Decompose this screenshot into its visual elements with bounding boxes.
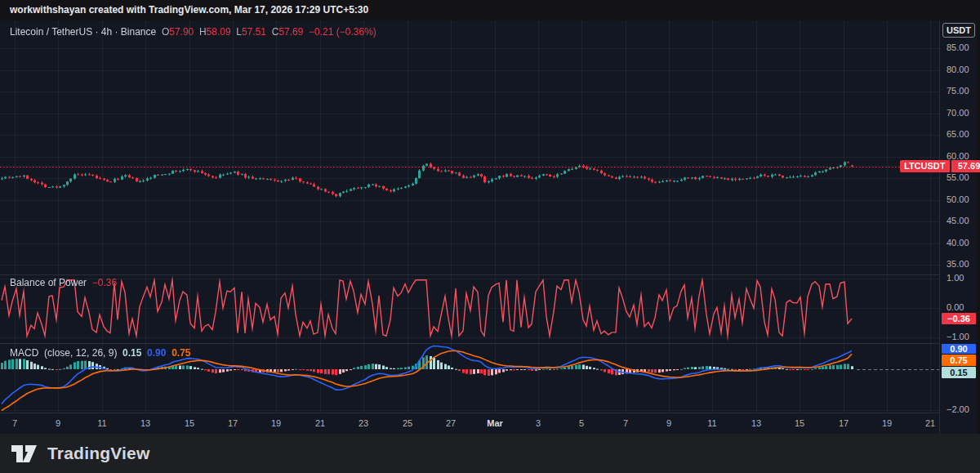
time-axis-label: 7 — [623, 418, 628, 428]
tradingview-logo-icon — [11, 445, 39, 462]
symbol-title[interactable]: Litecoin / TetherUS · 4h · Binance — [10, 26, 156, 38]
macd-params: (close, 12, 26, 9) — [44, 347, 117, 359]
high-value: 58.09 — [207, 26, 231, 38]
open-label: O — [162, 26, 169, 38]
price-axis-label: 40.00 — [947, 238, 969, 248]
time-axis-label: 7 — [12, 418, 17, 428]
macd-signal-value: 0.75 — [172, 347, 190, 359]
time-axis-label: 13 — [751, 418, 761, 428]
chart-area: Litecoin / TetherUS · 4h · Binance O57.9… — [0, 20, 977, 434]
time-axis-label: 15 — [185, 418, 194, 428]
time-axis-label: 5 — [579, 418, 584, 428]
low-label: L — [236, 26, 242, 38]
price-axis-label: 55.00 — [947, 172, 969, 182]
bop-title[interactable]: Balance of Power — [10, 277, 87, 288]
time-axis-label: 19 — [882, 418, 892, 428]
bop-axis-label: 0.00 — [947, 302, 964, 312]
time-axis-label: 11 — [97, 418, 106, 428]
macd-line-badge: 0.90 — [942, 344, 976, 354]
bop-axis-label: −1.00 — [947, 332, 969, 341]
price-axis-label: 45.00 — [947, 216, 969, 225]
high-label: H — [199, 26, 207, 38]
last-price-badge: LTCUSDT 57.69 — [900, 160, 980, 172]
time-axis-label: 17 — [839, 418, 849, 428]
macd-hist-badge: 0.15 — [942, 367, 976, 378]
tradingview-logo-link[interactable]: TradingView — [11, 444, 150, 463]
time-axis-label: Mar — [487, 418, 503, 428]
time-axis-label: 17 — [228, 418, 238, 428]
bop-value: −0.36 — [92, 277, 117, 288]
time-axis-label: 9 — [666, 418, 671, 428]
price-scale[interactable]: USDT −0.36 0.90 0.75 0.15 85.0080.0075.0… — [939, 20, 977, 434]
time-axis-label: 11 — [707, 418, 716, 428]
symbol-legend: Litecoin / TetherUS · 4h · Binance O57.9… — [10, 26, 376, 38]
price-axis-label: 75.00 — [947, 86, 969, 96]
attribution-bar: workwithshayan created with TradingView.… — [0, 0, 980, 20]
price-axis-label: 50.00 — [947, 194, 969, 204]
last-price-symbol: LTCUSDT — [900, 160, 950, 172]
time-axis-label: 15 — [795, 418, 804, 428]
time-axis-label: 21 — [925, 418, 935, 428]
macd-axis-label: −2.00 — [947, 404, 969, 414]
low-value: 57.51 — [242, 26, 266, 38]
last-price-value: 57.69 — [951, 160, 980, 172]
change-value: −0.21 (−0.36%) — [309, 26, 376, 38]
brand-text: TradingView — [47, 444, 150, 463]
time-axis-label: 25 — [403, 418, 412, 428]
macd-hist-value: 0.15 — [122, 347, 141, 359]
bop-axis-label: 1.00 — [947, 273, 964, 283]
price-axis-label: 65.00 — [947, 129, 969, 139]
time-axis-label: 23 — [359, 418, 368, 428]
time-axis-label: 19 — [271, 418, 281, 428]
bop-current-badge: −0.36 — [942, 313, 976, 324]
time-axis-label: 9 — [56, 418, 60, 428]
price-axis-label: 70.00 — [947, 108, 969, 118]
open-value: 57.90 — [169, 26, 194, 38]
price-axis-label: 85.00 — [947, 42, 969, 52]
time-axis-label: 21 — [315, 418, 325, 428]
price-axis-label: 60.00 — [947, 151, 969, 161]
macd-line-value: 0.90 — [147, 347, 166, 359]
currency-button[interactable]: USDT — [942, 23, 975, 38]
macd-title[interactable]: MACD — [10, 347, 38, 359]
bop-legend: Balance of Power −0.36 — [10, 277, 117, 288]
price-axis-label: 35.00 — [947, 259, 969, 269]
macd-legend: MACD (close, 12, 26, 9) 0.15 0.90 0.75 — [10, 347, 191, 359]
macd-signal-badge: 0.75 — [942, 355, 976, 366]
time-axis-label: 27 — [446, 418, 456, 428]
time-axis-label: 3 — [536, 418, 541, 428]
time-axis-label: 13 — [140, 418, 150, 428]
attribution-text: workwithshayan created with TradingView.… — [10, 4, 368, 16]
price-axis-label: 80.00 — [947, 65, 969, 74]
close-value: 57.69 — [278, 26, 303, 38]
footer-bar: TradingView — [0, 434, 980, 473]
time-axis[interactable]: 79111315171921232527Mar3579111315171921 — [0, 413, 939, 434]
